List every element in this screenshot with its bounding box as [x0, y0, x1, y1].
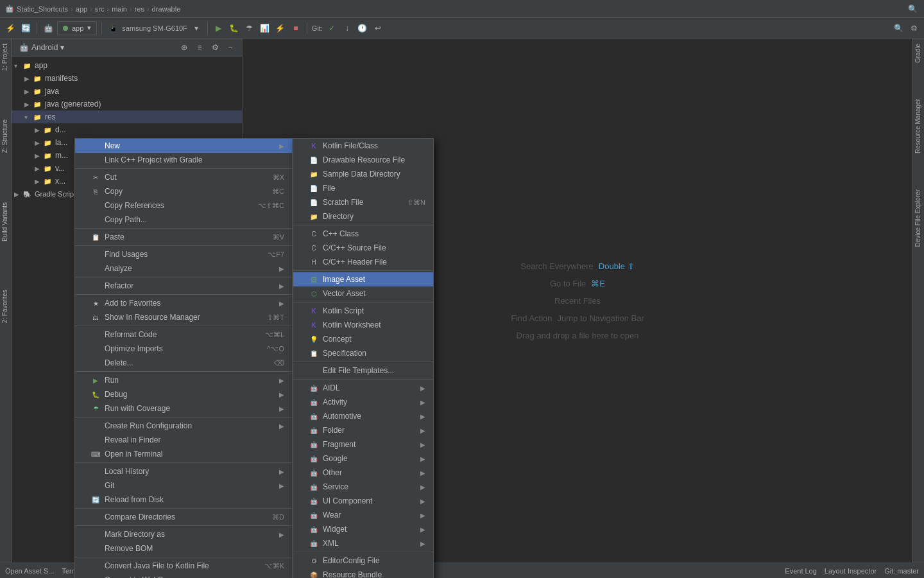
git-checkmark[interactable]: ✓	[325, 22, 338, 35]
git-history[interactable]: 🕐	[356, 22, 369, 35]
submenu-item-drawable[interactable]: 📄 Drawable Resource File	[293, 153, 433, 167]
tab-device-file-explorer[interactable]: Device File Explorer	[913, 184, 924, 252]
menu-item-analyze[interactable]: Analyze ▶	[75, 261, 292, 276]
refactor-label: Refactor	[105, 281, 133, 290]
menu-item-run[interactable]: ▶ Run ▶	[75, 373, 292, 387]
tab-resource-manager[interactable]: Resource Manager	[913, 94, 924, 159]
stop-button[interactable]: ■	[289, 22, 302, 35]
submenu-item-edit-templates[interactable]: Edit File Templates...	[293, 363, 433, 378]
tab-build-variants[interactable]: Build Variants	[0, 197, 11, 247]
apply-changes-button[interactable]: ⚡	[274, 22, 287, 35]
submenu-item-automotive[interactable]: 🤖 Automotive ▶	[293, 409, 433, 423]
run-config-dropdown[interactable]: 🤖	[42, 22, 55, 35]
submenu-item-image-asset[interactable]: 🖼 Image Asset	[293, 272, 433, 286]
submenu-item-kotlin-script[interactable]: K Kotlin Script	[293, 304, 433, 318]
project-locate-icon[interactable]: ⊕	[178, 41, 191, 54]
android-selector[interactable]: 🤖 Android ▾	[17, 42, 67, 53]
menu-item-compare-dirs[interactable]: Compare Directories ⌘D	[75, 510, 292, 524]
project-minimize-icon[interactable]: −	[224, 41, 237, 54]
menu-item-copy-path[interactable]: Copy Path...	[75, 213, 292, 227]
menu-item-copy-refs[interactable]: Copy References ⌥⇧⌘C	[75, 198, 292, 213]
submenu-item-activity[interactable]: 🤖 Activity ▶	[293, 395, 433, 409]
menu-item-remove-bom[interactable]: Remove BOM	[75, 541, 292, 556]
menu-item-reformat[interactable]: Reformat Code ⌥⌘L	[75, 328, 292, 342]
submenu-item-specification[interactable]: 📋 Specification	[293, 346, 433, 360]
menu-item-paste[interactable]: 📋 Paste ⌘V	[75, 230, 292, 244]
menu-item-git[interactable]: Git ▶	[75, 478, 292, 493]
menu-item-delete[interactable]: Delete... ⌫	[75, 356, 292, 370]
toolbar-settings[interactable]: ⚙	[907, 22, 920, 35]
debug-button[interactable]: 🐛	[228, 22, 241, 35]
tree-item-java[interactable]: ▶ 📁 java	[12, 85, 242, 98]
menu-item-mark-dir[interactable]: Mark Directory as ▶	[75, 527, 292, 541]
submenu-item-editor-config[interactable]: ⚙ EditorConfig File	[293, 554, 433, 568]
device-dropdown-arrow[interactable]: ▾	[190, 22, 203, 35]
tab-structure[interactable]: Z: Structure	[0, 114, 11, 158]
submenu-item-xml[interactable]: 🤖 XML ▶	[293, 536, 433, 550]
submenu-item-service[interactable]: 🤖 Service ▶	[293, 480, 433, 494]
tab-gradle[interactable]: Gradle	[913, 39, 924, 68]
menu-item-refactor[interactable]: Refactor ▶	[75, 279, 292, 293]
run-configuration-selector[interactable]: app ▾	[57, 21, 97, 35]
status-layout-inspector[interactable]: Layout Inspector	[825, 567, 877, 575]
git-revert[interactable]: ↩	[372, 22, 384, 35]
toolbar-icon-sync[interactable]: 🔄	[19, 22, 32, 35]
submenu-item-cpp-source[interactable]: C C/C++ Source File	[293, 241, 433, 255]
menu-item-reload[interactable]: 🔄 Reload from Disk	[75, 493, 292, 507]
tree-item-app[interactable]: ▾ 📁 app	[12, 59, 242, 72]
menu-item-create-run-config[interactable]: Create Run Configuration ▶	[75, 419, 292, 433]
submenu-item-ui-component[interactable]: 🤖 UI Component ▶	[293, 494, 433, 508]
submenu-item-directory[interactable]: 📁 Directory	[293, 209, 433, 223]
status-git-branch[interactable]: Git: master	[884, 567, 919, 575]
coverage-button[interactable]: ☂	[243, 22, 256, 35]
menu-item-local-history[interactable]: Local History ▶	[75, 464, 292, 478]
device-selector[interactable]: 📱	[107, 22, 119, 35]
submenu-item-fragment[interactable]: 🤖 Fragment ▶	[293, 437, 433, 451]
submenu-item-widget[interactable]: 🤖 Widget ▶	[293, 522, 433, 536]
submenu-item-aidl[interactable]: 🤖 AIDL ▶	[293, 381, 433, 395]
menu-item-show-resource[interactable]: 🗂 Show In Resource Manager ⇧⌘T	[75, 310, 292, 324]
menu-item-reveal-finder[interactable]: Reveal in Finder	[75, 433, 292, 447]
tab-project[interactable]: 1: Project	[0, 39, 11, 76]
submenu-item-scratch[interactable]: 📄 Scratch File ⇧⌘N	[293, 195, 433, 209]
git-update[interactable]: ↓	[341, 22, 354, 35]
toolbar-search-everywhere[interactable]: 🔍	[892, 22, 905, 35]
search-icon[interactable]: 🔍	[906, 3, 919, 15]
tree-item-d[interactable]: ▶ 📁 d...	[12, 123, 242, 136]
menu-item-find-usages[interactable]: Find Usages ⌥F7	[75, 247, 292, 261]
submenu-item-concept[interactable]: 💡 Concept	[293, 332, 433, 346]
menu-item-link-cpp[interactable]: Link C++ Project with Gradle	[75, 153, 292, 167]
submenu-item-kotlin-file[interactable]: K Kotlin File/Class	[293, 139, 433, 153]
submenu-item-file[interactable]: 📄 File	[293, 181, 433, 195]
menu-item-convert-webp[interactable]: Convert to WebP...	[75, 573, 292, 578]
submenu-item-sample-data[interactable]: 📁 Sample Data Directory	[293, 167, 433, 181]
tab-favorites[interactable]: 2: Favorites	[0, 285, 11, 328]
tree-item-java-generated[interactable]: ▶ 📁 java (generated)	[12, 98, 242, 110]
run-button[interactable]: ▶	[212, 22, 225, 35]
menu-item-copy[interactable]: ⎘ Copy ⌘C	[75, 184, 292, 198]
menu-item-debug[interactable]: 🐛 Debug ▶	[75, 387, 292, 401]
menu-item-add-favorites[interactable]: ★ Add to Favorites ▶	[75, 296, 292, 310]
tree-item-manifests[interactable]: ▶ 📁 manifests	[12, 72, 242, 85]
project-settings-icon[interactable]: ⚙	[209, 41, 221, 54]
tree-item-res[interactable]: ▾ 📁 res	[12, 110, 242, 123]
submenu-item-vector-asset[interactable]: ⬡ Vector Asset	[293, 286, 433, 301]
project-scroll-icon[interactable]: ≡	[193, 41, 206, 54]
menu-item-new[interactable]: New ▶	[75, 139, 292, 153]
menu-item-open-terminal[interactable]: ⌨ Open in Terminal	[75, 447, 292, 461]
submenu-item-google[interactable]: 🤖 Google ▶	[293, 451, 433, 466]
submenu-item-cpp-class[interactable]: C C++ Class	[293, 227, 433, 241]
menu-item-convert-kotlin[interactable]: Convert Java File to Kotlin File ⌥⌘K	[75, 559, 292, 573]
submenu-item-folder[interactable]: 🤖 Folder ▶	[293, 423, 433, 437]
menu-item-run-coverage[interactable]: ☂ Run with Coverage ▶	[75, 401, 292, 416]
submenu-item-wear[interactable]: 🤖 Wear ▶	[293, 508, 433, 522]
menu-item-optimize[interactable]: Optimize Imports ^⌥O	[75, 342, 292, 356]
profile-button[interactable]: 📊	[259, 22, 271, 35]
submenu-item-other[interactable]: 🤖 Other ▶	[293, 466, 433, 480]
status-event-log[interactable]: Event Log	[785, 567, 817, 575]
toolbar-icon-1[interactable]: ⚡	[4, 22, 17, 35]
menu-item-cut[interactable]: ✂ Cut ⌘X	[75, 170, 292, 184]
submenu-item-resource-bundle[interactable]: 📦 Resource Bundle	[293, 568, 433, 578]
submenu-item-cpp-header[interactable]: H C/C++ Header File	[293, 255, 433, 269]
submenu-item-kotlin-worksheet[interactable]: K Kotlin Worksheet	[293, 318, 433, 332]
